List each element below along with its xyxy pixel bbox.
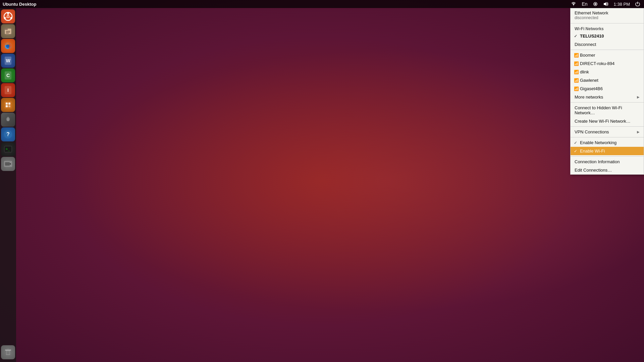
wifi-dlink-icon: 📶 xyxy=(574,70,579,74)
launcher-item-system-settings[interactable] xyxy=(1,113,15,127)
launcher-item-terminal[interactable]: >_ xyxy=(1,142,15,156)
separator-4 xyxy=(571,126,644,127)
svg-rect-11 xyxy=(5,28,8,30)
svg-text:I: I xyxy=(7,87,9,93)
enable-wifi-check: ✓ xyxy=(574,149,577,154)
more-networks-label: More networks xyxy=(575,95,603,100)
launcher-item-firefox[interactable] xyxy=(1,39,15,53)
svg-rect-37 xyxy=(5,162,10,166)
svg-point-38 xyxy=(10,163,11,165)
enable-networking-check: ✓ xyxy=(574,140,577,145)
wifi-network-direct-roku[interactable]: 📶 DIRECT-roku-894 xyxy=(571,59,644,68)
connect-hidden-label: Connect to Hidden Wi-Fi Network… xyxy=(575,105,640,115)
network-icon[interactable] xyxy=(570,0,578,8)
launcher-item-optical-1[interactable] xyxy=(1,157,15,171)
ethernet-title: Ethernet Network xyxy=(575,10,640,15)
wifi-gigaset-name: Gigaset4B6 xyxy=(580,86,603,91)
enable-wifi-label: Enable Wi-Fi xyxy=(580,148,605,154)
enable-wifi[interactable]: ✓ Enable Wi-Fi xyxy=(571,147,644,155)
wifi-network-telus[interactable]: ✓ TELUS2410 xyxy=(571,32,644,40)
launcher: W C I xyxy=(0,8,16,362)
disconnect-button[interactable]: Disconnect xyxy=(571,40,644,49)
launcher-item-impress[interactable]: I xyxy=(1,83,15,97)
wifi-gawlenet-name: Gawlenet xyxy=(580,78,598,83)
svg-point-4 xyxy=(7,12,9,14)
wifi-gigaset-icon: 📶 xyxy=(574,86,579,91)
svg-text:?: ? xyxy=(6,131,10,137)
enable-networking[interactable]: ✓ Enable Networking xyxy=(571,138,644,147)
panel-right: En 1:38 PM xyxy=(570,0,644,8)
record-icon[interactable] xyxy=(592,0,599,8)
more-networks-arrow: ▶ xyxy=(637,95,640,99)
svg-point-5 xyxy=(4,17,6,19)
wifi-boomer-name: Boomer xyxy=(580,53,595,58)
separator-5 xyxy=(571,137,644,137)
svg-point-6 xyxy=(10,17,12,19)
power-icon[interactable] xyxy=(634,0,641,8)
enable-networking-label: Enable Networking xyxy=(580,140,616,145)
more-networks[interactable]: More networks ▶ xyxy=(571,93,644,101)
svg-rect-30 xyxy=(8,105,10,107)
launcher-item-trash[interactable] xyxy=(1,345,15,359)
launcher-item-help[interactable]: ? xyxy=(1,127,15,141)
svg-line-8 xyxy=(8,14,9,17)
volume-icon[interactable] xyxy=(602,0,610,8)
vpn-arrow: ▶ xyxy=(637,130,640,134)
connection-info-label: Connection Information xyxy=(575,159,620,164)
svg-text:>_: >_ xyxy=(6,147,10,151)
panel-clock[interactable]: 1:38 PM xyxy=(612,2,631,7)
wifi-roku-icon: 📶 xyxy=(574,61,579,66)
launcher-item-ubuntu-software[interactable] xyxy=(1,98,15,112)
wifi-network-boomer[interactable]: 📶 Boomer xyxy=(571,51,644,59)
wifi-network-gawlenet[interactable]: 📶 Gawlenet xyxy=(571,76,644,84)
wifi-dlink-name: dlink xyxy=(580,69,589,74)
separator-1 xyxy=(571,23,644,23)
wifi-network-dlink[interactable]: 📶 dlink xyxy=(571,68,644,76)
separator-3 xyxy=(571,102,644,103)
wifi-telus-name: TELUS2410 xyxy=(580,34,604,39)
vpn-connections-label: VPN Connections xyxy=(575,129,609,134)
svg-rect-28 xyxy=(8,103,10,105)
panel-left: Ubuntu Desktop xyxy=(0,2,36,7)
separator-2 xyxy=(571,50,644,50)
launcher-item-writer[interactable]: W xyxy=(1,54,15,68)
top-panel: Ubuntu Desktop En xyxy=(0,0,644,8)
connect-hidden-wifi[interactable]: Connect to Hidden Wi-Fi Network… xyxy=(571,104,644,117)
ethernet-status: disconnected xyxy=(575,15,640,20)
wifi-network-gigaset[interactable]: 📶 Gigaset4B6 xyxy=(571,84,644,93)
svg-rect-27 xyxy=(6,103,8,105)
svg-rect-26 xyxy=(4,101,12,109)
wifi-gawlenet-icon: 📶 xyxy=(574,78,579,83)
svg-text:C: C xyxy=(6,73,10,78)
keyboard-layout[interactable]: En xyxy=(580,0,589,8)
wifi-connected-icon: ✓ xyxy=(574,34,577,39)
launcher-item-files[interactable] xyxy=(1,24,15,38)
launcher-item-ubuntu[interactable] xyxy=(1,9,15,23)
create-new-wifi[interactable]: Create New Wi-Fi Network… xyxy=(571,117,644,125)
ethernet-section: Ethernet Network disconnected xyxy=(571,8,644,22)
svg-text:W: W xyxy=(6,58,10,63)
svg-line-7 xyxy=(7,14,8,17)
wifi-roku-name: DIRECT-roku-894 xyxy=(580,61,614,66)
panel-title: Ubuntu Desktop xyxy=(3,2,36,7)
svg-point-1 xyxy=(594,3,596,5)
svg-rect-29 xyxy=(6,105,8,107)
svg-marker-2 xyxy=(604,2,606,6)
launcher-item-calc[interactable]: C xyxy=(1,68,15,82)
separator-6 xyxy=(571,156,644,157)
desktop xyxy=(0,0,644,362)
network-menu: Ethernet Network disconnected Wi-Fi Netw… xyxy=(570,8,644,175)
connection-information[interactable]: Connection Information xyxy=(571,158,644,166)
edit-connections[interactable]: Edit Connections… xyxy=(571,166,644,174)
edit-connections-label: Edit Connections… xyxy=(575,168,612,173)
vpn-connections[interactable]: VPN Connections ▶ xyxy=(571,128,644,136)
wifi-section-header: Wi-Fi Networks xyxy=(571,24,644,32)
svg-rect-41 xyxy=(7,349,9,350)
create-new-label: Create New Wi-Fi Network… xyxy=(575,119,631,124)
wifi-boomer-icon: 📶 xyxy=(574,53,579,58)
